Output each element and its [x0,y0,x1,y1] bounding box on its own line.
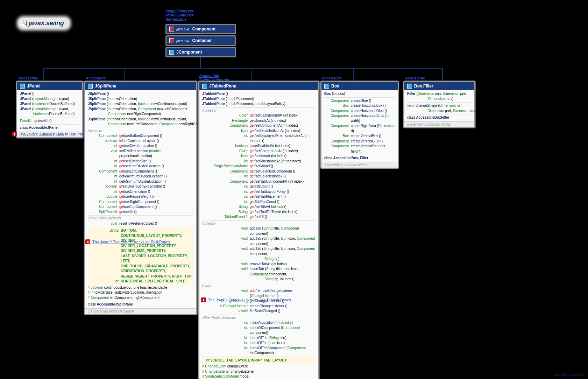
class-box-filler: Box.Filler Filler (Dimension min, Dimens… [403,81,475,128]
class-header[interactable]: JSplitPane [85,82,196,90]
iface-accessible-1: Accessible [18,76,38,80]
class-header[interactable]: JPanel [17,82,82,90]
class-icon [407,84,412,89]
class-icon [169,50,174,55]
class-icon [169,38,174,43]
chain-container[interactable]: java.awt.Container [165,35,236,46]
tutorial-link-panels[interactable]: ◖The Java™ Tutorials: How to Use Panels [12,132,89,136]
chain-jcomponent[interactable]: JComponent [165,47,236,57]
tutorial-link-tabbed[interactable]: ◖The Java™ Tutorials: How to Use Tabbed … [201,297,291,302]
package-name: javax.swing [29,20,64,27]
chain-component[interactable]: java.awt.Component [165,24,236,34]
class-jpanel: JPanel JPanel () JPanel (LayoutManager l… [16,81,83,138]
tutorial-link-split[interactable]: ◖The Java™ Tutorials: How to Use Split P… [85,239,170,244]
class-icon [324,84,329,89]
class-box: Box Box (int axis) ComponentcreateGlue (… [320,81,399,169]
class-icon [20,84,25,89]
class-icon [202,84,207,89]
iface-accessible-5: Accessible [405,76,425,80]
interface-serializable[interactable]: Serializable [165,17,187,21]
package-icon: 🔍 [21,21,27,26]
package-badge: 🔍 javax.swing [19,18,69,28]
oracle-icon: ◖ [85,239,90,244]
class-header[interactable]: Box [321,82,398,90]
class-jtabbedpane: JTabbedPane JTabbedPane () JTabbedPane (… [198,81,319,379]
class-icon [88,84,93,89]
class-icon [169,27,174,31]
interface-imageobserver[interactable]: ImageObserver [165,9,193,13]
class-jsplitpane: JSplitPane JSplitPane () JSplitPane (int… [84,81,197,315]
iface-accessible-4: Accessible [322,76,342,80]
top-interfaces: ImageObserver MenuContainer Serializable [165,9,193,21]
oracle-icon: ◖ [201,297,206,302]
class-header[interactable]: JTabbedPane [199,82,318,90]
class-header[interactable]: Box.Filler [404,82,474,90]
inheritance-chain: java.awt.Component java.awt.Container JC… [165,24,236,57]
watermark: www.falkhausen.de [554,373,584,377]
interface-menucontainer[interactable]: MenuContainer [165,13,193,17]
oracle-icon: ◖ [12,132,17,136]
iface-accessible-2: Accessible [86,76,106,80]
